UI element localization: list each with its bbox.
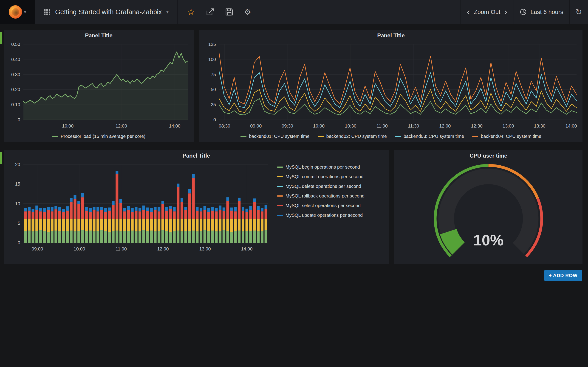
- svg-text:13:00: 13:00: [502, 123, 514, 128]
- legend-label: MySQL select operations per second: [285, 203, 361, 208]
- cpu-system-time-chart[interactable]: 08:3009:0009:3010:0010:3011:0011:3012:00…: [201, 41, 581, 131]
- legend-label: MySQL begin operations per second: [285, 165, 360, 170]
- save-icon[interactable]: [225, 8, 233, 16]
- refresh-icon[interactable]: ↻: [576, 7, 582, 17]
- legend-swatch: [277, 195, 283, 197]
- panel-cpu-user-time: CPU user time 10%: [394, 150, 582, 264]
- legend-label: MySQL delete operations per second: [285, 184, 361, 189]
- svg-text:0.10: 0.10: [11, 102, 20, 107]
- svg-text:0.30: 0.30: [11, 72, 20, 77]
- svg-text:12:00: 12:00: [439, 123, 451, 128]
- cpu-user-time-gauge[interactable]: 10%: [394, 161, 582, 262]
- grafana-logo-icon: [9, 5, 22, 19]
- svg-text:10:00: 10:00: [74, 246, 85, 251]
- svg-text:25: 25: [211, 102, 216, 107]
- svg-text:10%: 10%: [473, 232, 503, 249]
- legend-swatch: [277, 176, 283, 177]
- add-row-button[interactable]: + ADD ROW: [544, 270, 582, 281]
- legend-label: backend02: CPU system time: [326, 134, 387, 139]
- svg-text:11:30: 11:30: [408, 123, 419, 128]
- legend-label: MySQL rollback operations per second: [285, 193, 364, 199]
- legend-item[interactable]: backend01: CPU system time: [241, 134, 309, 139]
- panel-title[interactable]: Panel Title: [4, 150, 389, 161]
- panel-title[interactable]: Panel Title: [199, 30, 582, 41]
- legend-item[interactable]: backend04: CPU system time: [472, 134, 541, 139]
- navbar-right: ‹ Zoom Out › Last 6 hours ↻: [460, 0, 588, 24]
- mysql-operations-chart[interactable]: 09:0010:0011:0012:0013:0014:0005101520: [6, 161, 272, 254]
- grafana-logo-button[interactable]: ▾: [0, 0, 35, 24]
- svg-text:0.50: 0.50: [11, 42, 20, 47]
- legend-item[interactable]: MySQL commit operations per second: [277, 174, 364, 179]
- svg-text:5: 5: [18, 221, 20, 226]
- svg-text:12:00: 12:00: [115, 123, 127, 128]
- legend-label: Processor load (15 min average per core): [61, 134, 145, 139]
- svg-text:14:00: 14:00: [241, 246, 252, 251]
- legend-item[interactable]: backend03: CPU system time: [395, 134, 464, 139]
- dashboard-title: Getting Started with Grafana-Zabbix: [55, 8, 162, 16]
- legend-item[interactable]: MySQL delete operations per second: [277, 184, 364, 189]
- svg-text:12:30: 12:30: [471, 123, 483, 128]
- panel-cpu-system-time: Panel Title 08:3009:0009:3010:0010:3011:…: [199, 30, 582, 142]
- svg-text:10: 10: [15, 201, 20, 206]
- zoom-controls: ‹ Zoom Out ›: [460, 0, 514, 24]
- legend-item[interactable]: Processor load (15 min average per core): [52, 134, 145, 139]
- navbar: ▾ Getting Started with Grafana-Zabbix ▾ …: [0, 0, 588, 24]
- chart-legend: backend01: CPU system timebackend02: CPU…: [199, 132, 582, 140]
- legend-swatch: [472, 136, 478, 137]
- svg-text:12:00: 12:00: [157, 246, 169, 251]
- time-picker-button[interactable]: Last 6 hours: [514, 0, 569, 24]
- legend-item[interactable]: MySQL update operations per second: [277, 213, 364, 218]
- processor-load-chart[interactable]: 10:0012:0014:0000.100.200.300.400.50: [6, 41, 192, 131]
- legend-item[interactable]: MySQL begin operations per second: [277, 165, 364, 170]
- legend-swatch: [277, 205, 283, 206]
- svg-text:14:00: 14:00: [565, 123, 577, 128]
- svg-text:13:00: 13:00: [199, 246, 211, 251]
- svg-text:0.40: 0.40: [11, 57, 20, 62]
- legend-item[interactable]: MySQL select operations per second: [277, 203, 364, 208]
- svg-text:20: 20: [15, 162, 20, 167]
- svg-text:50: 50: [211, 87, 216, 92]
- row-toggle[interactable]: [0, 32, 2, 44]
- svg-text:0: 0: [18, 240, 20, 245]
- gear-icon[interactable]: ⚙: [244, 7, 251, 17]
- svg-text:08:30: 08:30: [219, 123, 230, 128]
- svg-text:0: 0: [18, 117, 20, 122]
- svg-text:0: 0: [213, 117, 216, 122]
- svg-text:09:30: 09:30: [282, 123, 293, 128]
- legend-swatch: [395, 136, 401, 137]
- legend-item[interactable]: MySQL rollback operations per second: [277, 193, 364, 199]
- svg-text:11:00: 11:00: [115, 246, 127, 251]
- chart-legend: Processor load (15 min average per core): [4, 132, 194, 140]
- legend-swatch: [318, 136, 324, 137]
- svg-text:100: 100: [208, 57, 216, 62]
- dashboard-title-button[interactable]: Getting Started with Grafana-Zabbix ▾: [35, 0, 178, 24]
- legend-swatch: [241, 136, 246, 137]
- row-toggle[interactable]: [0, 152, 2, 164]
- svg-text:13:30: 13:30: [534, 123, 545, 128]
- panel-mysql-operations: Panel Title 09:0010:0011:0012:0013:0014:…: [4, 150, 389, 264]
- share-icon[interactable]: [206, 8, 214, 16]
- dashboard-actions: ☆ ⚙: [187, 7, 251, 17]
- legend-label: backend01: CPU system time: [249, 134, 309, 139]
- legend-label: backend03: CPU system time: [404, 134, 464, 139]
- star-icon[interactable]: ☆: [187, 7, 195, 17]
- svg-text:14:00: 14:00: [169, 123, 181, 128]
- zoom-out-button[interactable]: Zoom Out: [474, 8, 501, 16]
- panel-title[interactable]: Panel Title: [4, 30, 194, 41]
- panel-title[interactable]: CPU user time: [394, 150, 582, 161]
- legend-label: backend04: CPU system time: [481, 134, 541, 139]
- svg-text:125: 125: [208, 42, 216, 47]
- legend-item[interactable]: backend02: CPU system time: [318, 134, 387, 139]
- svg-text:09:00: 09:00: [250, 123, 262, 128]
- chevron-down-icon: ▾: [166, 10, 169, 14]
- chevron-right-icon[interactable]: ›: [504, 8, 508, 16]
- svg-text:10:00: 10:00: [313, 123, 325, 128]
- svg-text:10:00: 10:00: [62, 123, 73, 128]
- legend-swatch: [52, 136, 58, 137]
- clock-icon: [520, 8, 527, 15]
- legend-label: MySQL update operations per second: [285, 213, 363, 218]
- panel-processor-load: Panel Title 10:0012:0014:0000.100.200.30…: [4, 30, 194, 142]
- svg-text:09:00: 09:00: [32, 246, 43, 251]
- svg-text:11:00: 11:00: [376, 123, 388, 128]
- chevron-left-icon[interactable]: ‹: [467, 8, 470, 16]
